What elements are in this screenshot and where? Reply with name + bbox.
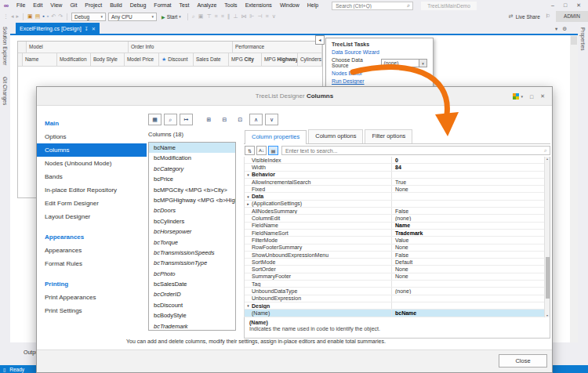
add-band-button[interactable]: ⊡ [234, 114, 247, 125]
band-header[interactable]: Model [27, 42, 129, 53]
menu-item[interactable]: File [13, 0, 29, 11]
menu-item[interactable]: Edit [29, 0, 46, 11]
solution-configuration-dropdown[interactable]: Debug▾ [71, 13, 106, 21]
new-project-icon[interactable]: ▣ [27, 12, 33, 21]
property-row[interactable]: ▾Design [245, 302, 550, 310]
nav-item[interactable]: Layout Designer [37, 210, 147, 223]
property-search-box[interactable]: ⌕ [281, 146, 550, 155]
property-row[interactable]: SummaryFooter None [245, 273, 550, 281]
property-row[interactable]: SortMode Default [245, 259, 550, 266]
nav-item[interactable]: Options [37, 130, 147, 143]
expand-caret-icon[interactable]: ▾ [245, 172, 252, 177]
side-tab-properties[interactable]: Properties [580, 27, 586, 365]
data-source-wizard-link[interactable]: Data Source Wizard [332, 49, 427, 55]
properties-tab[interactable]: Filter options [365, 129, 412, 143]
column-header[interactable]: ★MPG City [229, 53, 262, 66]
property-row[interactable]: ShowUnboundExpressionMenu False [245, 252, 550, 259]
column-header[interactable]: ★Discount [159, 53, 194, 66]
menu-item[interactable]: View [46, 0, 66, 11]
redo-icon[interactable]: ↷ [58, 12, 63, 21]
property-row[interactable]: FieldName Name [245, 223, 550, 230]
toolbar-icon[interactable]: ∨ [272, 12, 276, 21]
column-list-item[interactable]: bcPhoto [149, 269, 235, 279]
close-button[interactable]: ✕ [576, 2, 581, 9]
save-all-icon[interactable]: ▫ [47, 12, 49, 21]
scroll-up-icon[interactable]: ▴ [545, 157, 550, 161]
property-row[interactable]: ▸(ApplicationSettings) [245, 201, 550, 208]
property-row[interactable]: FilterMode Value [245, 237, 550, 244]
nav-item[interactable]: Print Settings [37, 304, 147, 317]
side-tab[interactable]: Git Changes [2, 77, 8, 105]
quick-search-box[interactable]: ⌕ [332, 2, 413, 10]
search-input[interactable] [332, 3, 407, 9]
toolbar-icon[interactable]: ⌕ [192, 12, 195, 21]
property-row[interactable]: FieldNameSort Trademark [245, 230, 550, 237]
column-header[interactable]: ★Model Price [125, 53, 159, 66]
toolbar-icon[interactable]: ∥ [227, 12, 230, 21]
nav-item[interactable]: Format Rules [37, 257, 147, 270]
categorized-view-button[interactable]: ⇅ [245, 146, 255, 155]
run-designer-link[interactable]: Run Designer [332, 78, 427, 84]
column-header[interactable]: ★Name [23, 53, 57, 66]
nav-item[interactable]: Edit Form Designer [37, 197, 147, 210]
menu-item[interactable]: Help [303, 0, 322, 11]
undo-icon[interactable]: ↶ [51, 12, 56, 21]
nav-item[interactable]: Appearances [37, 244, 147, 257]
toolbar-icon[interactable]: ⊣ [257, 12, 262, 21]
menu-item[interactable]: Test [176, 0, 194, 11]
property-row[interactable]: ColumnEdit (none) [245, 215, 550, 222]
chevron-down-icon[interactable]: ▾ [555, 26, 557, 32]
columns-listbox[interactable]: bcNamebcModificationbcCategorybcPricebcM… [148, 142, 236, 331]
menu-item[interactable]: Extensions [241, 0, 276, 11]
column-list-item[interactable]: bcDoors [149, 205, 235, 215]
column-list-item[interactable]: bcTrademark [149, 321, 235, 331]
skin-selector-button[interactable]: ▾ [513, 93, 523, 100]
admin-account-badge[interactable]: ADMIN [556, 11, 588, 22]
column-list-item[interactable]: bcDiscount [149, 300, 235, 310]
pin-icon[interactable]: ↧ [85, 26, 89, 31]
expand-caret-icon[interactable]: ▸ [245, 201, 252, 206]
column-list-item[interactable]: bcName [149, 143, 235, 153]
property-row[interactable]: Width 84 [245, 164, 550, 171]
menu-item[interactable]: Project [81, 0, 106, 11]
expand-caret-icon[interactable]: ▾ [245, 303, 252, 308]
gear-icon[interactable]: ⚙ [562, 26, 567, 32]
toolbar-icon[interactable]: ⊥ [233, 12, 238, 21]
menu-item[interactable]: Window [276, 0, 303, 11]
dialog-titlebar[interactable]: TreeList Designer Columns [37, 87, 552, 106]
property-row[interactable]: Fixed None [245, 186, 550, 193]
column-list-item[interactable]: bcMPGHighway <MPG <b>Highway> [149, 195, 235, 205]
save-icon[interactable]: ▪ [42, 12, 44, 21]
navigate-back-icon[interactable]: ◂ [11, 12, 14, 21]
nav-item[interactable]: Columns [37, 143, 147, 157]
nodes-editor-link[interactable]: Nodes Editor [332, 71, 427, 76]
properties-tab[interactable]: Column properties [245, 130, 307, 144]
column-list-item[interactable]: bcBodyStyle [149, 310, 235, 320]
side-tab[interactable]: Solution Explorer [2, 27, 8, 66]
column-list-item[interactable]: bcTransmissionType [149, 258, 235, 268]
add-column-button[interactable]: ⊞ [202, 114, 216, 125]
solution-platform-dropdown[interactable]: Any CPU▾ [108, 13, 157, 21]
document-tab[interactable]: ExcelFiltering.cs [Design] ↧ ✕ [16, 23, 100, 34]
toolbar-icon[interactable]: ⋈ [241, 12, 246, 21]
column-list-item[interactable]: bcOrderID [149, 289, 235, 299]
retrieve-fields-button[interactable]: ↦ [180, 114, 193, 125]
feedback-icon[interactable]: ⚐ [546, 13, 550, 20]
column-header[interactable]: ★MPG Highway [262, 53, 298, 66]
toolbar-icon[interactable]: ≡ [215, 12, 218, 21]
menu-item[interactable]: Git [66, 0, 81, 11]
nav-item[interactable]: Nodes (Unbound Mode) [37, 157, 147, 170]
move-up-button[interactable]: ∧ [249, 114, 263, 125]
column-header[interactable]: ★Body Style [91, 53, 125, 66]
property-search-input[interactable] [282, 148, 544, 154]
start-debugging-button[interactable]: ▶ Start ▾ [159, 14, 183, 20]
minimize-button[interactable]: – [551, 2, 554, 9]
column-list-item[interactable]: bcHorsepower [149, 226, 235, 237]
close-dialog-button[interactable]: Close [499, 354, 547, 368]
menu-item[interactable]: Tools [220, 0, 241, 11]
band-header[interactable]: Performance [233, 42, 322, 53]
toolbar-icon[interactable]: ≡ [221, 12, 224, 21]
close-tab-icon[interactable]: ✕ [92, 26, 96, 31]
smart-tag-button[interactable]: ◂ [315, 35, 325, 45]
band-header[interactable]: Order Info [129, 42, 233, 53]
